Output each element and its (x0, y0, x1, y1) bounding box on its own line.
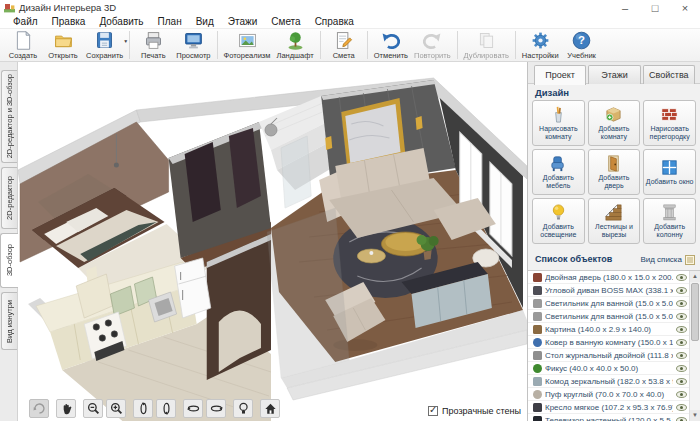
tab-interior-view[interactable]: Вид изнутри (1, 292, 17, 350)
duplicate-button[interactable]: Дублировать (461, 29, 512, 61)
tab-2d-editor-3d-view[interactable]: 2D-редактор и 3D-обзор (1, 70, 17, 163)
add-room-button[interactable]: Добавить комнату (588, 100, 641, 146)
save-button[interactable]: Сохранить (83, 29, 126, 61)
object-row[interactable]: Фикус (40.0 x 40.0 x 50.0) (528, 362, 689, 375)
photorealism-button[interactable]: Фотореализм (221, 29, 274, 61)
settings-button[interactable]: Настройки (519, 29, 562, 61)
rotate-360-button[interactable] (29, 399, 49, 418)
object-row[interactable]: Ковер в ванную комнату (150.0 x 150... (528, 336, 689, 349)
list-view-icon[interactable] (685, 250, 695, 268)
transparent-walls-label: Прозрачные стены (442, 406, 521, 416)
zoom-in-button[interactable] (106, 399, 126, 418)
menu-view[interactable]: Вид (189, 16, 221, 27)
transparent-walls-checkbox[interactable] (428, 406, 438, 416)
object-row[interactable]: Светильник для ванной (15.0 x 5.0 x 3... (528, 310, 689, 323)
menu-help[interactable]: Справка (308, 16, 361, 27)
visibility-eye-icon[interactable] (676, 313, 687, 320)
wall-lamp-icon (533, 312, 542, 321)
objects-scrollbar[interactable] (689, 271, 700, 421)
tab-floors[interactable]: Этажи (588, 65, 640, 84)
pouf-icon (533, 390, 542, 399)
menu-estimate[interactable]: Смета (264, 16, 307, 27)
menu-plan[interactable]: План (151, 16, 189, 27)
maximize-button[interactable]: □ (640, 1, 670, 15)
tv-icon (533, 416, 542, 421)
estimate-button[interactable]: Смета (324, 29, 364, 61)
transparent-walls-toggle[interactable]: Прозрачные стены (428, 406, 521, 416)
preview-button[interactable]: Просмотр (173, 29, 213, 61)
object-row[interactable]: Угловой диван BOSS MAX (338.1 x 183... (528, 284, 689, 297)
rotate-up-button[interactable] (133, 399, 153, 418)
save-dropdown-arrow[interactable] (123, 38, 128, 44)
tutorial-button[interactable]: ? Учебник (562, 29, 602, 61)
menu-floors[interactable]: Этажи (221, 16, 265, 27)
zoom-out-button[interactable] (83, 399, 103, 418)
menu-file[interactable]: Файл (6, 16, 45, 27)
tab-properties[interactable]: Свойства (643, 65, 695, 84)
visibility-eye-icon[interactable] (676, 378, 687, 385)
tab-project[interactable]: Проект (534, 65, 586, 85)
lighting-button[interactable] (233, 399, 253, 418)
print-icon (143, 30, 164, 51)
draw-partition-button[interactable]: Нарисовать перегородку (643, 100, 696, 146)
home-view-button[interactable] (260, 399, 280, 418)
undo-button[interactable]: Отменить (371, 29, 411, 61)
right-panel-tabs: Проект Этажи Свойства (528, 62, 700, 84)
toolbar-separator (217, 31, 218, 59)
toolbar-separator (320, 31, 321, 59)
menu-edit[interactable]: Правка (45, 16, 93, 27)
visibility-eye-icon[interactable] (676, 352, 687, 359)
visibility-eye-icon[interactable] (676, 300, 687, 307)
add-door-button[interactable]: Добавить дверь (588, 149, 641, 195)
tab-3d-view[interactable]: 3D-обзор (0, 233, 18, 288)
toolbar-separator (367, 31, 368, 59)
minimize-button[interactable]: – (610, 1, 640, 15)
tab-2d-editor[interactable]: 2D-редактор (1, 167, 17, 229)
orbit-left-icon (186, 401, 201, 416)
draw-room-icon (548, 105, 569, 124)
rotate-down-button[interactable] (156, 399, 176, 418)
menu-add[interactable]: Добавить (92, 16, 150, 27)
toolbar-separator (515, 31, 516, 59)
object-row[interactable]: Стол журнальный двойной (111.8 x 8... (528, 349, 689, 362)
redo-button[interactable]: Повторить (411, 29, 454, 61)
object-row[interactable]: Комод зеркальный (182.0 x 53.8 x 98.0) (528, 375, 689, 388)
visibility-eye-icon[interactable] (676, 326, 687, 333)
toolbar-separator (457, 31, 458, 59)
visibility-eye-icon[interactable] (676, 404, 687, 411)
list-view-label[interactable]: Вид списка (640, 255, 682, 264)
view-mode-tabstrip: 2D-редактор и 3D-обзор 2D-редактор 3D-об… (0, 62, 18, 421)
visibility-eye-icon[interactable] (676, 391, 687, 398)
visibility-eye-icon[interactable] (676, 274, 687, 281)
add-column-button[interactable]: Добавить колонну (643, 198, 696, 244)
orbit-right-button[interactable] (206, 399, 226, 418)
visibility-eye-icon[interactable] (676, 417, 687, 421)
landscape-button[interactable]: Ландшафт (273, 29, 316, 61)
close-button[interactable]: × (670, 1, 700, 15)
draw-room-button[interactable]: Нарисовать комнату (532, 100, 585, 146)
object-row[interactable]: Кресло мягкое (107.2 x 95.3 x 76.9) (528, 401, 689, 414)
add-window-button[interactable]: Добавить окно (643, 149, 696, 195)
object-row[interactable]: Двойная дверь (180.0 x 15.0 x 200.0) (528, 271, 689, 284)
add-lighting-button[interactable]: Добавить освещение (532, 198, 585, 244)
visibility-eye-icon[interactable] (676, 287, 687, 294)
orbit-left-button[interactable] (183, 399, 203, 418)
open-button[interactable]: Открыть (43, 29, 83, 61)
object-row[interactable]: Пуф круглый (70.0 x 70.0 x 40.0) (528, 388, 689, 401)
object-row[interactable]: Телевизор настенный (120.0 x 5.5 x 7... (528, 414, 689, 421)
add-furniture-button[interactable]: Добавить мебель (532, 149, 585, 195)
object-row[interactable]: Светильник для ванной (15.0 x 5.0 x 3... (528, 297, 689, 310)
print-button[interactable]: Печать (133, 29, 173, 61)
pan-button[interactable] (56, 399, 76, 418)
visibility-eye-icon[interactable] (676, 339, 687, 346)
scroll-down-arrow[interactable] (690, 410, 700, 421)
3d-viewport[interactable]: Прозрачные стены (18, 62, 527, 421)
visibility-eye-icon[interactable] (676, 365, 687, 372)
new-project-button[interactable]: Создать (3, 29, 43, 61)
pan-hand-icon (59, 401, 74, 416)
stairs-cutouts-button[interactable]: Лестницы и вырезы (588, 198, 641, 244)
scroll-thumb[interactable] (691, 283, 699, 341)
rotate-vertical-left-icon (136, 401, 151, 416)
object-row[interactable]: Картина (140.0 x 2.9 x 140.0) (528, 323, 689, 336)
scroll-up-arrow[interactable] (690, 271, 700, 282)
